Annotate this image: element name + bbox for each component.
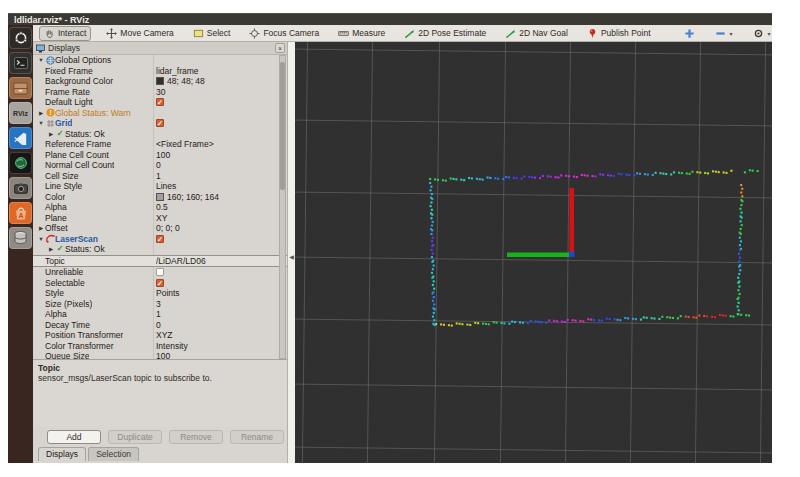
tool-button-interact[interactable]: Interact [39,26,91,41]
tool-button-measure[interactable]: Measure [334,27,389,40]
tree-row-plane-cell-count[interactable]: Plane Cell Count100 [33,150,287,161]
launcher-icon-earth-app[interactable] [9,152,32,174]
expand-arrow-icon[interactable]: ▶ [47,129,55,140]
tool-button-move-camera[interactable]: Move Camera [102,27,177,40]
tree-row-line-style[interactable]: Line StyleLines [33,181,287,192]
tree-row-status-ok[interactable]: ▶✓Status: Ok [33,129,287,140]
property-value[interactable]: Lines [156,181,280,192]
property-value[interactable]: ✓ [156,118,280,129]
tree-row-alpha[interactable]: Alpha0.5 [33,202,287,213]
tool-button-select[interactable]: Select [189,27,235,40]
expand-arrow-icon[interactable]: ▶ [47,244,55,255]
tree-row-reference-frame[interactable]: Reference Frame<Fixed Frame> [33,139,287,150]
chevron-down-icon[interactable]: ▾ [730,30,733,37]
tree-row-decay-time[interactable]: Decay Time0 [33,320,287,331]
expand-arrow-icon[interactable]: ▶ [37,108,45,119]
tree-row-plane[interactable]: PlaneXY [33,213,287,224]
property-value[interactable]: XYZ [156,330,280,341]
tree-row-default-light[interactable]: Default Light✓ [33,97,287,108]
launcher-icon-database[interactable] [9,227,32,249]
tree-row-fixed-frame[interactable]: Fixed Framelidar_frame [33,66,287,77]
checkbox-checked[interactable]: ✓ [156,119,164,127]
tool-button-focus-camera[interactable]: Focus Camera [245,27,323,40]
launcher-icon-rviz[interactable]: RViz [9,102,32,124]
property-value[interactable]: 160; 160; 164 [156,192,280,203]
property-value[interactable]: 30 [156,87,280,98]
tree-row-frame-rate[interactable]: Frame Rate30 [33,87,287,98]
property-value[interactable] [156,267,280,278]
tree-row-normal-cell-count[interactable]: Normal Cell Count0 [33,160,287,171]
svg-text:A: A [18,211,23,218]
chevron-down-icon[interactable]: ▾ [768,30,771,37]
property-value[interactable]: lidar_frame [156,66,280,77]
checkbox-unchecked[interactable] [156,268,164,276]
property-value[interactable]: XY [156,213,280,224]
tree-row-unreliable[interactable]: Unreliable [33,267,287,278]
property-value[interactable]: ✓ [156,278,280,289]
panel-resize-gutter[interactable]: ◀ [288,42,295,463]
property-value[interactable]: ✓ [156,234,280,245]
tree-row-global-options[interactable]: ▼Global Options [33,55,287,66]
panel-tab-displays[interactable]: Displays [38,447,86,461]
panel-collapse-handle[interactable]: ◀ [288,250,295,264]
tree-scrollbar[interactable] [279,55,286,359]
property-value[interactable]: Intensity [156,341,280,352]
checkbox-checked[interactable]: ✓ [156,235,164,243]
launcher-icon-terminal[interactable] [9,52,32,74]
tree-row-topic[interactable]: Topic/LiDAR/LD06 [33,255,287,268]
property-value[interactable]: 0; 0; 0 [156,223,280,234]
launcher-icon-files[interactable] [9,77,32,99]
property-value[interactable]: 1 [156,171,280,182]
tool-button-2d-nav-goal[interactable]: 2D Nav Goal [501,27,572,40]
launcher-icon-vscode[interactable] [9,127,32,149]
viewport-canvas[interactable] [295,42,772,463]
property-value[interactable]: 0.5 [156,202,280,213]
property-value[interactable]: Points [156,288,280,299]
tree-row-laserscan[interactable]: ▼LaserScan✓ [33,234,287,245]
tree-row-color[interactable]: Color160; 160; 164 [33,192,287,203]
expand-arrow-icon[interactable]: ▶ [37,223,45,234]
checkbox-checked[interactable]: ✓ [156,279,164,287]
checkbox-checked[interactable]: ✓ [156,98,164,106]
tool-button-2d-pose-estimate[interactable]: 2D Pose Estimate [400,27,490,40]
launcher-icon-screenshot[interactable] [9,177,32,199]
expand-arrow-icon[interactable]: ▼ [37,118,45,129]
tree-row-background-color[interactable]: Background Color48; 48; 48 [33,76,287,87]
tree-row-queue-size[interactable]: Queue Size100 [33,351,287,359]
tree-row-size-pixels[interactable]: Size (Pixels)3 [33,299,287,310]
tree-row-selectable[interactable]: Selectable✓ [33,278,287,289]
property-value[interactable]: 0 [156,160,280,171]
launcher-icon-dash-home[interactable] [9,27,32,49]
property-value[interactable]: 100 [156,351,280,359]
tree-row-grid[interactable]: ▼Grid✓ [33,118,287,129]
add-button[interactable]: Add [47,430,101,444]
record-tool-button[interactable]: ▾ [749,27,775,40]
property-value[interactable]: 48; 48; 48 [156,76,280,87]
panel-close-button[interactable]: × [275,43,285,53]
tree-row-status-ok[interactable]: ▶✓Status: Ok [33,244,287,255]
render-viewport-3d[interactable] [295,42,772,463]
tool-button-publish-point[interactable]: Publish Point [583,27,655,40]
remove-tool-button[interactable]: ▾ [711,27,737,40]
tree-row-alpha[interactable]: Alpha1 [33,309,287,320]
launcher-icon-software-center[interactable]: A [9,202,32,224]
tree-row-color-transformer[interactable]: Color TransformerIntensity [33,341,287,352]
tree-row-offset[interactable]: ▶Offset0; 0; 0 [33,223,287,234]
property-value[interactable]: 0 [156,320,280,331]
property-value[interactable]: 1 [156,309,280,320]
add-tool-button[interactable] [680,27,699,40]
panel-tab-selection[interactable]: Selection [88,447,139,461]
tree-row-style[interactable]: StylePoints [33,288,287,299]
expand-arrow-icon[interactable]: ▼ [37,55,45,66]
tree-row-global-status-warn[interactable]: ▶!Global Status: Warn [33,108,287,119]
window-title-bar[interactable]: ldlidar.rviz* - RViz [8,13,772,25]
property-value[interactable]: 3 [156,299,280,310]
property-value[interactable]: ✓ [156,97,280,108]
property-value[interactable]: /LiDAR/LD06 [156,256,280,267]
tree-row-cell-size[interactable]: Cell Size1 [33,171,287,182]
property-value[interactable]: 100 [156,150,280,161]
scrollbar-thumb[interactable] [280,62,285,190]
tree-row-position-transformer[interactable]: Position TransformerXYZ [33,330,287,341]
property-value[interactable]: <Fixed Frame> [156,139,280,150]
expand-arrow-icon[interactable]: ▼ [37,234,45,245]
